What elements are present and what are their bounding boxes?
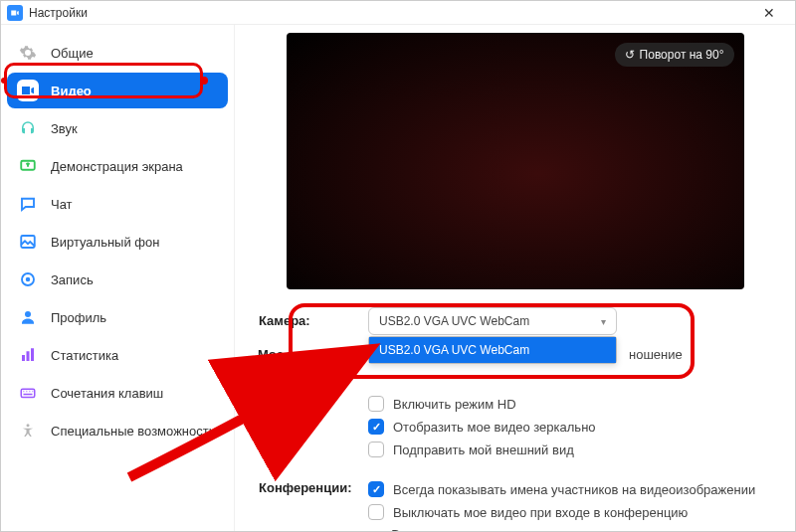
myvideo-options: Включить режим HD Отобразить мое видео з… [368,389,771,464]
svg-rect-7 [31,348,34,361]
sidebar-item-profile[interactable]: Профиль [7,299,228,335]
checkbox-label: Отобразить мое видео зеркально [393,420,596,435]
camera-section: Камера: USB2.0 VGA UVC WebCam ▾ USB2.0 V… [259,307,771,379]
sidebar-item-label: Чат [51,197,73,212]
aspect-ratio-tail-text: ношение [629,347,683,362]
sidebar-item-label: Статистика [51,348,118,363]
checkbox-icon [368,481,384,497]
close-button[interactable]: ✕ [749,5,789,21]
conference-label: Конференции: [259,474,368,531]
settings-window: Настройки ✕ Общие Видео Звук Демонстраци… [0,0,796,532]
checkbox-touchup[interactable]: Подправить мой внешний вид [368,442,771,457]
sidebar-item-shortcuts[interactable]: Сочетания клавиш [7,375,228,411]
sidebar-item-virtual-bg[interactable]: Виртуальный фон [7,224,228,260]
body: Общие Видео Звук Демонстрация экрана Чат… [1,25,795,531]
checkbox-icon [368,442,384,457]
checkbox-label: Включить режим HD [393,397,516,412]
record-icon [17,268,39,290]
svg-rect-5 [22,355,25,361]
image-icon [17,231,39,253]
sidebar-item-label: Демонстрация экрана [51,159,183,174]
window-title: Настройки [29,6,88,20]
checkbox-label: Подправить мой внешний вид [393,443,574,457]
chat-icon [17,193,39,215]
camera-label: Камера: [259,307,368,379]
camera-dropdown-option[interactable]: USB2.0 VGA UVC WebCam [369,337,616,363]
sidebar-item-label: Сочетания клавиш [51,386,163,401]
sidebar-item-record[interactable]: Запись [7,262,228,297]
video-preview: ↺ Поворот на 90° [287,33,744,289]
profile-icon [17,306,39,328]
checkbox-video-off-join[interactable]: Выключать мое видео при входе в конферен… [368,504,771,520]
accessibility-icon [17,420,39,442]
myvideo-section: Включить режим HD Отобразить мое видео з… [259,389,771,464]
rotate-icon: ↺ [625,48,635,62]
camera-dropdown: USB2.0 VGA UVC WebCam [368,336,617,364]
app-icon [7,5,23,21]
svg-point-4 [25,311,31,317]
sidebar-item-label: Звук [51,121,78,136]
gear-icon [17,42,39,64]
sidebar-item-chat[interactable]: Чат [7,186,228,222]
sidebar-item-label: Виртуальный фон [51,235,159,250]
sidebar-item-general[interactable]: Общие [7,35,228,71]
myvideo-label-partial: Мое в [258,347,317,362]
rotate-label: Поворот на 90° [640,48,724,62]
camera-selected-text: USB2.0 VGA UVC WebCam [379,314,529,328]
svg-point-3 [26,277,31,282]
sidebar-item-video[interactable]: Видео [7,73,228,108]
titlebar: Настройки ✕ [1,1,795,25]
checkbox-icon [368,419,384,435]
checkbox-label: Выключать мое видео при входе в конферен… [393,505,688,520]
keyboard-icon [17,382,39,404]
headphones-icon [17,117,39,139]
checkbox-preview-dialog[interactable]: Всегда показывать диалоговое окно предва… [368,527,771,531]
video-icon [17,80,39,101]
svg-point-9 [27,424,30,427]
conference-section: Конференции: Всегда показывать имена уча… [259,474,771,531]
sidebar-item-stats[interactable]: Статистика [7,337,228,373]
checkbox-hd[interactable]: Включить режим HD [368,396,771,412]
checkbox-label: Всегда показывать диалоговое окно предва… [391,527,771,531]
checkbox-icon [368,504,384,520]
chevron-down-icon: ▾ [601,316,606,327]
rotate-button[interactable]: ↺ Поворот на 90° [615,43,734,67]
sidebar-item-share[interactable]: Демонстрация экрана [7,148,228,184]
main-panel: ↺ Поворот на 90° Камера: USB2.0 VGA UVC … [235,25,795,531]
conference-options: Всегда показывать имена участников на ви… [368,474,771,531]
sidebar-item-label: Запись [51,272,94,287]
sidebar-item-label: Общие [51,46,94,61]
sidebar: Общие Видео Звук Демонстрация экрана Чат… [1,25,235,531]
camera-select-box[interactable]: USB2.0 VGA UVC WebCam ▾ [368,307,617,335]
sidebar-item-label: Профиль [51,310,106,325]
sidebar-item-accessibility[interactable]: Специальные возможности [7,413,228,448]
checkbox-mirror[interactable]: Отобразить мое видео зеркально [368,419,771,435]
myvideo-label [259,389,368,464]
checkbox-icon [368,396,384,412]
sidebar-item-audio[interactable]: Звук [7,110,228,146]
share-screen-icon [17,155,39,177]
sidebar-item-label: Видео [51,84,92,98]
camera-select[interactable]: USB2.0 VGA UVC WebCam ▾ USB2.0 VGA UVC W… [368,307,617,335]
checkbox-show-names[interactable]: Всегда показывать имена участников на ви… [368,481,771,497]
stats-icon [17,344,39,366]
sidebar-item-label: Специальные возможности [51,424,216,439]
checkbox-label: Всегда показывать имена участников на ви… [393,482,755,497]
svg-rect-8 [21,389,35,397]
svg-rect-6 [27,351,30,361]
